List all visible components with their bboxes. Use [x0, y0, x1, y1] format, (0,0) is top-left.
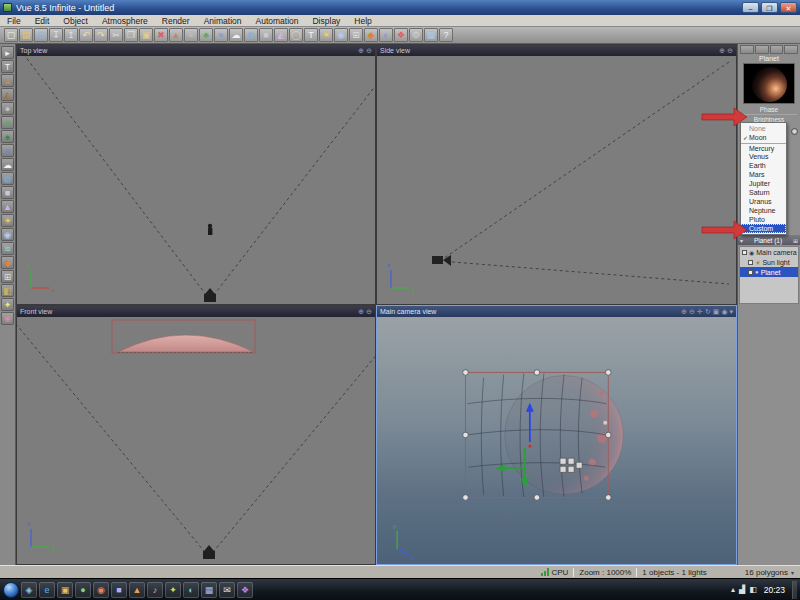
zoom-in-icon[interactable]: ⊕	[358, 308, 364, 316]
import-icon[interactable]: ↧	[49, 28, 63, 42]
minimize-button[interactable]: –	[742, 2, 759, 13]
taskbar-app-icon[interactable]: ●	[75, 582, 91, 598]
viewport-front[interactable]: Front view ⊕⊖	[16, 305, 376, 565]
view-options-icon[interactable]: ▾	[729, 308, 733, 316]
planet-preview[interactable]	[743, 63, 795, 104]
taskbar-app-icon[interactable]: ◉	[93, 582, 109, 598]
menu-automation[interactable]: Automation	[248, 15, 305, 27]
terrain-icon[interactable]: ▲	[169, 28, 183, 42]
select-tool-icon[interactable]: ▸	[1, 46, 14, 59]
zoom-out-icon[interactable]: ⊖	[727, 47, 733, 55]
tree-tool-icon[interactable]: ♠	[1, 130, 14, 143]
menu-animation[interactable]: Animation	[197, 15, 249, 27]
eco-tool-icon[interactable]: ❀	[1, 312, 14, 325]
render-icon[interactable]: ❖	[394, 28, 408, 42]
display-options-icon[interactable]: ▦	[424, 28, 438, 42]
menu-atmosphere[interactable]: Atmosphere	[95, 15, 155, 27]
start-button[interactable]	[3, 582, 19, 598]
dropdown-item-pluto[interactable]: Pluto	[741, 215, 786, 224]
dropdown-item-custom[interactable]: Custom	[741, 224, 786, 233]
camera-object-marker[interactable]	[203, 545, 215, 559]
taskbar-app-icon[interactable]: e	[39, 582, 55, 598]
orbit-icon[interactable]: ↻	[705, 308, 711, 316]
zoom-in-icon[interactable]: ⊕	[358, 47, 364, 55]
front-view-canvas[interactable]: z x	[17, 317, 375, 564]
sphere-icon[interactable]: ◍	[244, 28, 258, 42]
network-icon[interactable]: ▟	[739, 585, 745, 594]
light-icon[interactable]: ☀	[319, 28, 333, 42]
wind-tool-icon[interactable]: ≋	[1, 242, 14, 255]
cube-icon[interactable]: ■	[259, 28, 273, 42]
taskbar-app-icon[interactable]: ◈	[21, 582, 37, 598]
mountain-tool-icon[interactable]: ◭	[1, 88, 14, 101]
taskbar-app-icon[interactable]: ▣	[57, 582, 73, 598]
open-file-icon[interactable]: ▤	[19, 28, 33, 42]
undo-icon[interactable]: ↶	[79, 28, 93, 42]
show-desktop-button[interactable]	[792, 581, 797, 599]
material-tool-icon[interactable]: ◆	[1, 256, 14, 269]
taskbar-app-icon[interactable]: ♪	[147, 582, 163, 598]
terrain-tool-icon[interactable]: ▲	[1, 74, 14, 87]
frame-icon[interactable]: ▣	[713, 308, 720, 316]
planet-bounding-box[interactable]	[112, 320, 255, 353]
dropdown-item-venus[interactable]: Venus	[741, 152, 786, 161]
water-tool-icon[interactable]: ≈	[1, 144, 14, 157]
material-icon[interactable]: ◆	[364, 28, 378, 42]
zoom-out-icon[interactable]: ⊖	[366, 47, 372, 55]
rock-tool-icon[interactable]: ●	[1, 102, 14, 115]
panel-tab[interactable]	[784, 45, 798, 54]
top-view-canvas[interactable]: y x	[17, 56, 375, 304]
panel-tab[interactable]	[770, 45, 784, 54]
dropdown-item-mercury[interactable]: Mercury	[741, 143, 786, 152]
camera-view-canvas[interactable]: y z	[377, 317, 736, 564]
dropdown-item-neptune[interactable]: Neptune	[741, 206, 786, 215]
paste-icon[interactable]: ▣	[139, 28, 153, 42]
visibility-checkbox[interactable]	[748, 260, 753, 265]
maximize-button[interactable]: ❐	[761, 2, 778, 13]
dropdown-item-earth[interactable]: Earth	[741, 161, 786, 170]
redo-icon[interactable]: ↷	[94, 28, 108, 42]
menu-file[interactable]: File	[0, 15, 28, 27]
copy-icon[interactable]: ❐	[124, 28, 138, 42]
taskbar-app-icon[interactable]: ✉	[219, 582, 235, 598]
water-icon[interactable]: ≈	[214, 28, 228, 42]
help-icon[interactable]: ?	[439, 28, 453, 42]
taskbar-app-icon[interactable]: ✦	[165, 582, 181, 598]
dropdown-item-uranus[interactable]: Uranus	[741, 197, 786, 206]
save-file-icon[interactable]: ◫	[34, 28, 48, 42]
render-options-icon[interactable]: ⚙	[409, 28, 423, 42]
chevron-down-icon[interactable]: ▾	[740, 237, 743, 244]
taskbar-app-icon[interactable]: ❖	[237, 582, 253, 598]
tree-item-sun-light[interactable]: ☀ Sun light	[740, 257, 798, 267]
plant-tool-icon[interactable]: ♣	[1, 116, 14, 129]
taskbar-app-icon[interactable]: ◐	[183, 582, 199, 598]
viewport-main-camera[interactable]: Main camera view ⊕⊖✛↻▣◉▾	[376, 305, 737, 565]
cloud-tool-icon[interactable]: ☁	[1, 158, 14, 171]
tree-item-planet[interactable]: ● Planet	[740, 267, 798, 277]
camera-object-marker[interactable]	[432, 255, 451, 266]
visibility-checkbox[interactable]	[742, 250, 747, 255]
plant-icon[interactable]: ♣	[199, 28, 213, 42]
cut-icon[interactable]: ✂	[109, 28, 123, 42]
taskbar-app-icon[interactable]: ▦	[201, 582, 217, 598]
atmosphere-icon[interactable]: ◐	[379, 28, 393, 42]
dropdown-item-jupiter[interactable]: Jupiter	[741, 179, 786, 188]
taskbar-app-icon[interactable]: ▲	[129, 582, 145, 598]
link-tool-icon[interactable]: ◧	[1, 284, 14, 297]
dropdown-item-none[interactable]: None	[741, 124, 786, 133]
menu-render[interactable]: Render	[155, 15, 197, 27]
dropdown-item-moon[interactable]: ✓ Moon	[741, 133, 786, 142]
close-button[interactable]: ✕	[780, 2, 797, 13]
viewport-side[interactable]: Side view ⊕⊖ z y	[376, 44, 737, 305]
tree-item-main-camera[interactable]: ◉ Main camera	[740, 247, 798, 257]
camera-object-marker[interactable]	[204, 288, 216, 302]
export-icon[interactable]: ↥	[64, 28, 78, 42]
group-tool-icon[interactable]: ⊞	[1, 270, 14, 283]
magic-tool-icon[interactable]: ✦	[1, 298, 14, 311]
expand-icon[interactable]: ⊞	[793, 237, 798, 244]
panel-tab[interactable]	[755, 45, 769, 54]
picker-button[interactable]	[791, 128, 798, 135]
cloud-icon[interactable]: ☁	[229, 28, 243, 42]
chevron-down-icon[interactable]: ▾	[791, 569, 794, 576]
text-tool-icon[interactable]: T	[1, 60, 14, 73]
